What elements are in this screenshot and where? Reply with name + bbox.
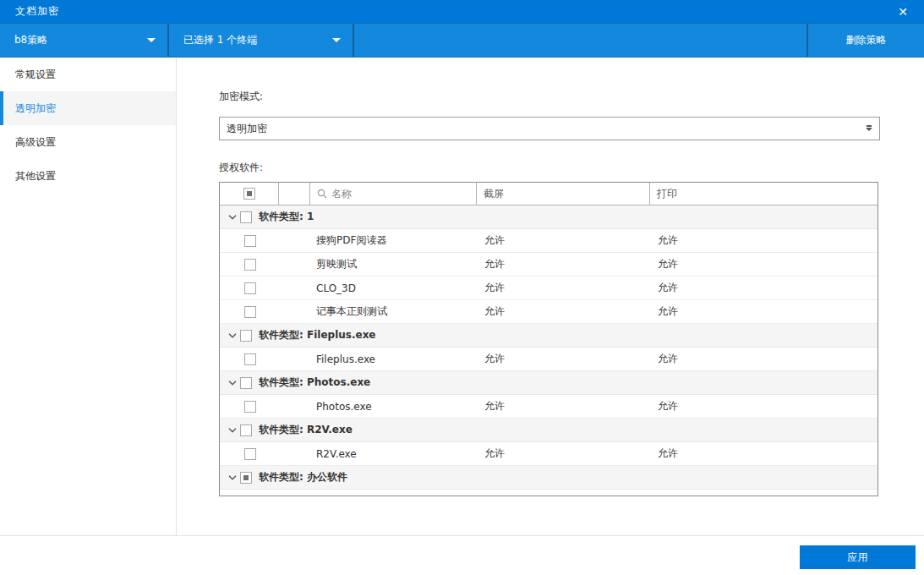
row-checkbox-cell — [220, 282, 280, 294]
group-row: 软件类型: 1 — [220, 205, 878, 229]
row-checkbox[interactable] — [244, 306, 256, 318]
sidebar-item-4[interactable]: 其他设置 — [0, 159, 176, 193]
group-label: 软件类型: 1 — [259, 210, 314, 224]
sidebar-item-label: 高级设置 — [15, 135, 56, 150]
delete-policy-button[interactable]: 删除策略 — [806, 24, 924, 57]
row-print-value: 允许 — [651, 281, 878, 295]
row-name: 记事本正则测试 — [311, 304, 478, 319]
header-checkbox-cell — [220, 183, 279, 205]
header-screenshot-label: 截屏 — [484, 187, 504, 201]
sidebar: 常规设置透明加密高级设置其他设置 — [0, 58, 177, 535]
header-screenshot-cell[interactable]: 截屏 — [477, 183, 650, 205]
policy-dropdown[interactable]: b8策略 — [0, 24, 169, 57]
sidebar-item-2[interactable]: 透明加密 — [0, 91, 176, 125]
chevron-down-icon[interactable] — [227, 381, 238, 386]
apply-button[interactable]: 应用 — [800, 545, 916, 569]
row-checkbox[interactable] — [244, 496, 256, 497]
group-row: 软件类型: R2V.exe — [220, 419, 878, 442]
terminal-dropdown[interactable]: 已选择 1 个终端 — [169, 24, 354, 57]
sidebar-item-1[interactable]: 常规设置 — [0, 58, 176, 91]
group-label: 软件类型: Photos.exe — [259, 375, 370, 390]
software-row: 记事本正则测试允许允许 — [220, 300, 878, 324]
chevron-down-icon[interactable] — [227, 475, 238, 480]
software-row: WPS Offi允许允许 — [220, 490, 878, 496]
group-row: 软件类型: 办公软件 — [220, 466, 878, 490]
software-row: R2V.exe允许允许 — [220, 442, 878, 466]
group-checkbox[interactable] — [240, 424, 252, 436]
footer: 应用 — [0, 535, 924, 575]
terminal-dropdown-label: 已选择 1 个终端 — [183, 33, 257, 47]
window-title: 文档加密 — [15, 4, 59, 19]
row-screenshot-value: 允许 — [478, 281, 651, 295]
policy-dropdown-label: b8策略 — [14, 33, 47, 47]
software-row: Photos.exe允许允许 — [220, 395, 878, 419]
row-name: CLO_3D — [311, 282, 478, 294]
group-row: 软件类型: Photos.exe — [220, 371, 878, 395]
software-table: 名称 截屏 打印 软件类型: 1搜狗PDF阅读器允许允许剪映测试允许允许CLO_… — [219, 182, 878, 496]
row-name: WPS Offi — [311, 496, 478, 497]
main-panel: 加密模式: 透明加密 授权软件: 名称 截屏 — [177, 58, 924, 535]
software-table-body: 软件类型: 1搜狗PDF阅读器允许允许剪映测试允许允许CLO_3D允许允许记事本… — [220, 205, 878, 496]
row-name: 搜狗PDF阅读器 — [311, 233, 478, 248]
software-row: 搜狗PDF阅读器允许允许 — [220, 229, 878, 253]
toolbar-spacer — [354, 24, 806, 57]
row-print-value: 允许 — [651, 257, 878, 271]
row-name: R2V.exe — [311, 448, 478, 460]
row-checkbox-cell — [220, 448, 280, 460]
sidebar-item-3[interactable]: 高级设置 — [0, 125, 176, 159]
select-all-checkbox[interactable] — [243, 188, 255, 200]
row-checkbox[interactable] — [244, 259, 256, 271]
group-checkbox[interactable] — [240, 330, 252, 342]
group-checkbox[interactable] — [240, 211, 252, 223]
row-name: Fileplus.exe — [311, 353, 478, 365]
close-icon[interactable]: ✕ — [888, 0, 917, 23]
sidebar-item-label: 透明加密 — [15, 101, 56, 116]
authorized-software-label: 授权软件: — [219, 161, 924, 174]
row-checkbox-cell — [220, 353, 280, 365]
row-checkbox-cell — [220, 401, 280, 413]
group-label: 软件类型: Fileplus.exe — [259, 328, 376, 342]
chevron-down-icon[interactable] — [227, 428, 238, 433]
row-checkbox[interactable] — [244, 353, 256, 365]
chevron-down-icon — [332, 38, 341, 42]
chevron-down-icon[interactable] — [227, 333, 238, 338]
row-checkbox[interactable] — [244, 235, 256, 247]
row-screenshot-value: 允许 — [478, 257, 651, 271]
header-print-cell[interactable]: 打印 — [650, 183, 878, 205]
toolbar: b8策略 已选择 1 个终端 删除策略 — [0, 23, 924, 58]
row-screenshot-value: 允许 — [478, 352, 651, 366]
software-row: Fileplus.exe允许允许 — [220, 348, 878, 371]
row-print-value: 允许 — [651, 446, 878, 461]
header-print-label: 打印 — [657, 187, 677, 201]
group-checkbox[interactable] — [240, 377, 252, 389]
software-row: 剪映测试允许允许 — [220, 253, 878, 277]
header-name-label: 名称 — [331, 187, 352, 201]
row-screenshot-value: 允许 — [478, 399, 651, 413]
encryption-mode-select[interactable]: 透明加密 — [219, 117, 880, 140]
row-print-value: 允许 — [651, 304, 878, 319]
row-checkbox[interactable] — [244, 448, 256, 460]
row-name: Photos.exe — [311, 401, 478, 413]
row-print-value: 允许 — [651, 494, 878, 496]
sidebar-item-label: 常规设置 — [15, 68, 56, 82]
row-name: 剪映测试 — [311, 257, 478, 271]
row-print-value: 允许 — [651, 233, 878, 248]
header-spacer-cell — [279, 183, 310, 205]
row-checkbox[interactable] — [244, 401, 256, 413]
chevron-down-icon[interactable] — [227, 215, 238, 220]
header-name-cell[interactable]: 名称 — [310, 183, 477, 205]
row-print-value: 允许 — [651, 399, 878, 413]
row-checkbox-cell — [220, 496, 280, 497]
software-row: CLO_3D允许允许 — [220, 277, 878, 300]
row-checkbox[interactable] — [244, 282, 256, 294]
row-screenshot-value: 允许 — [478, 446, 651, 461]
delete-policy-label: 删除策略 — [846, 33, 887, 47]
row-checkbox-cell — [220, 306, 280, 318]
row-print-value: 允许 — [651, 352, 878, 366]
software-table-header: 名称 截屏 打印 — [220, 183, 878, 205]
app-body: 常规设置透明加密高级设置其他设置 加密模式: 透明加密 授权软件: 名称 — [0, 58, 924, 535]
chevron-down-icon — [147, 38, 156, 42]
row-screenshot-value: 允许 — [478, 494, 651, 496]
group-row: 软件类型: Fileplus.exe — [220, 324, 878, 348]
group-checkbox[interactable] — [240, 472, 252, 484]
